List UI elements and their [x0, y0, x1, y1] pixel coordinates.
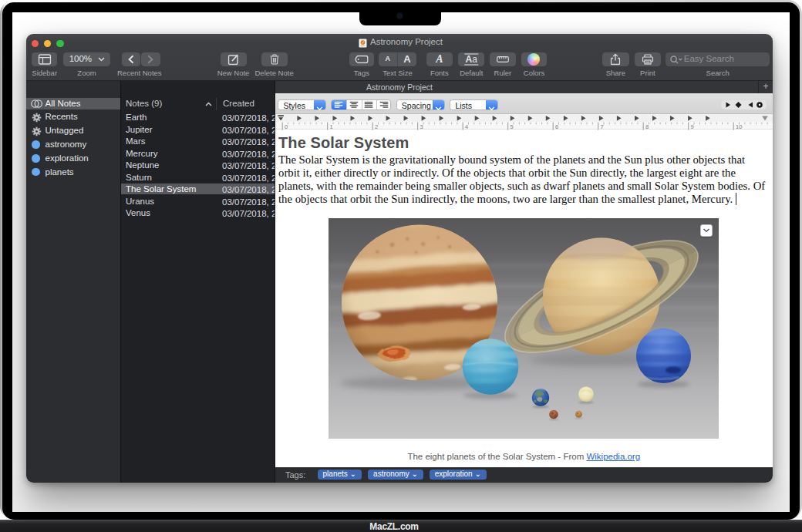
svg-text:2: 2 — [375, 123, 378, 130]
svg-text:9: 9 — [690, 123, 693, 130]
svg-text:8: 8 — [645, 123, 649, 130]
svg-text:0: 0 — [285, 123, 288, 130]
svg-text:6: 6 — [555, 123, 558, 130]
svg-text:1: 1 — [329, 123, 332, 130]
svg-text:4: 4 — [465, 123, 468, 130]
svg-text:3: 3 — [420, 123, 423, 130]
svg-text:10: 10 — [736, 123, 742, 130]
svg-text:5: 5 — [510, 123, 513, 130]
svg-text:7: 7 — [600, 123, 603, 130]
